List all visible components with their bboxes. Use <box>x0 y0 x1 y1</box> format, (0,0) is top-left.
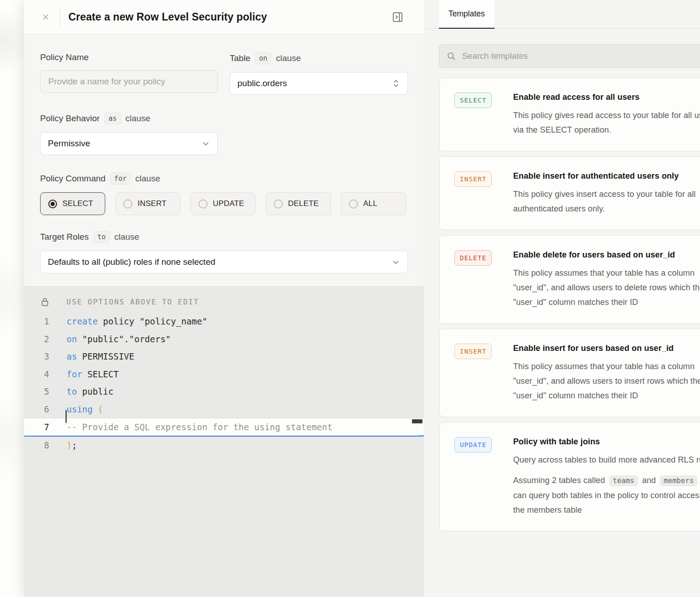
code-text: ); <box>56 440 77 450</box>
clause-word: clause <box>135 174 160 184</box>
chevron-up-down-icon <box>392 79 400 88</box>
template-card-enable-insert-for-users-based-on-user-id[interactable]: INSERT Enable insert for users based on … <box>439 329 700 417</box>
template-title: Policy with table joins <box>513 437 700 447</box>
line-number: 4 <box>24 369 56 379</box>
clause-word: clause <box>125 113 150 124</box>
radio-icon <box>48 200 57 208</box>
command-option-label: ALL <box>363 199 377 208</box>
dialog-title: Create a new Row Level Security policy <box>68 11 390 23</box>
table-label: Table <box>230 53 250 63</box>
command-options: SELECT INSERT UPDATE DELETE ALL <box>40 192 408 215</box>
overview-ruler-marker <box>412 419 422 423</box>
template-search <box>439 44 700 68</box>
inline-code-chip: teams <box>609 475 638 486</box>
radio-icon <box>199 200 207 208</box>
code-lines: 1 create policy "policy_name" 2 on "publ… <box>24 313 424 454</box>
rls-policy-dialog: × Create a new Row Level Security policy… <box>24 0 424 597</box>
template-cards: SELECT Enable read access for all users … <box>439 77 700 531</box>
code-line-7[interactable]: 7 -- Provide a SQL expression for the us… <box>24 418 424 437</box>
template-description: This policy gives read access to your ta… <box>513 108 700 137</box>
command-badge: INSERT <box>454 344 492 359</box>
code-text: using ( <box>56 404 103 414</box>
template-description: Query across tables to build more advanc… <box>513 453 700 467</box>
chevron-down-icon <box>201 139 210 148</box>
command-option-update[interactable]: UPDATE <box>190 192 256 215</box>
template-card-enable-insert-for-authenticated-users-on[interactable]: INSERT Enable insert for authenticated u… <box>439 156 700 230</box>
close-icon[interactable]: × <box>38 9 53 25</box>
collapse-panel-icon[interactable] <box>390 9 406 25</box>
behavior-label: Policy Behavior <box>40 113 100 124</box>
code-line-1: 1 create policy "policy_name" <box>24 313 424 330</box>
policy-form: Policy Name Table on clause public.order… <box>24 34 424 273</box>
tab-templates[interactable]: Templates <box>439 0 494 29</box>
code-text: -- Provide a SQL expression for the usin… <box>56 422 332 432</box>
text-cursor <box>66 410 67 423</box>
template-description: This policy assumes that your table has … <box>513 266 700 309</box>
clause-word: clause <box>114 232 139 242</box>
lock-icon <box>24 297 56 307</box>
code-text: for SELECT <box>56 369 118 379</box>
for-keyword-chip: for <box>110 173 131 185</box>
command-option-select[interactable]: SELECT <box>40 192 105 215</box>
sql-editor[interactable]: USE OPTIONS ABOVE TO EDIT 1 create polic… <box>24 286 424 597</box>
command-option-insert[interactable]: INSERT <box>115 192 180 215</box>
command-option-label: SELECT <box>62 199 93 208</box>
template-title: Enable delete for users based on user_id <box>513 250 700 260</box>
template-card-enable-read-access-for-all-users[interactable]: SELECT Enable read access for all users … <box>439 77 700 151</box>
code-text: on "public"."orders" <box>56 334 171 344</box>
template-card-policy-with-table-joins[interactable]: UPDATE Policy with table joins Query acr… <box>439 422 700 531</box>
policy-name-input[interactable] <box>40 70 218 93</box>
line-number: 7 <box>24 422 56 432</box>
behavior-select[interactable]: Permissive <box>40 132 218 155</box>
on-keyword-chip: on <box>255 52 271 64</box>
command-option-label: DELETE <box>288 199 319 208</box>
code-line-2: 2 on "public"."orders" <box>24 330 424 348</box>
behavior-select-value: Permissive <box>48 139 201 149</box>
line-number: 1 <box>24 316 56 326</box>
line-number: 2 <box>24 334 56 344</box>
header-divider <box>60 7 60 27</box>
command-badge: DELETE <box>454 250 492 266</box>
template-description: Assuming 2 tables called teams and membe… <box>513 473 700 517</box>
line-number: 5 <box>24 386 56 396</box>
policy-name-label: Policy Name <box>40 52 89 62</box>
as-keyword-chip: as <box>104 113 121 124</box>
template-description: This policy gives insert access to your … <box>513 187 700 216</box>
command-badge: UPDATE <box>454 437 492 453</box>
code-text: create policy "policy_name" <box>56 316 207 326</box>
code-line-3: 3 as PERMISSIVE <box>24 348 424 365</box>
line-number: 3 <box>24 351 56 361</box>
code-line-8: 8 ); <box>24 437 424 454</box>
clause-word: clause <box>276 53 301 63</box>
command-badge: INSERT <box>454 171 492 187</box>
editor-locked-note: USE OPTIONS ABOVE TO EDIT <box>24 294 424 309</box>
command-label: Policy Command <box>40 174 106 184</box>
command-badge: SELECT <box>454 93 492 108</box>
radio-icon <box>124 200 132 208</box>
table-select-value: public.orders <box>237 78 392 88</box>
search-input[interactable] <box>462 51 700 61</box>
inline-code-chip: members <box>660 475 697 486</box>
search-icon <box>447 51 456 61</box>
line-number: 6 <box>24 404 56 414</box>
to-keyword-chip: to <box>93 231 110 243</box>
page-backdrop <box>0 0 24 597</box>
chevron-down-icon <box>391 258 400 267</box>
code-line-6: 6 using ( <box>24 401 424 418</box>
radio-icon <box>349 200 358 208</box>
template-title: Enable insert for users based on user_id <box>513 344 700 353</box>
code-line-4: 4 for SELECT <box>24 365 424 383</box>
code-text: to public <box>56 386 113 396</box>
template-title: Enable insert for authenticated users on… <box>513 171 700 181</box>
template-title: Enable read access for all users <box>513 93 700 102</box>
template-description: This policy assumes that your table has … <box>513 359 700 403</box>
command-option-all[interactable]: ALL <box>341 192 406 215</box>
table-select[interactable]: public.orders <box>230 72 408 95</box>
command-option-label: UPDATE <box>213 199 244 208</box>
roles-select[interactable]: Defaults to all (public) roles if none s… <box>40 251 408 273</box>
radio-icon <box>274 200 283 208</box>
command-option-delete[interactable]: DELETE <box>266 192 331 215</box>
template-card-enable-delete-for-users-based-on-user-id[interactable]: DELETE Enable delete for users based on … <box>439 235 700 324</box>
line-number: 8 <box>24 440 56 450</box>
roles-select-value: Defaults to all (public) roles if none s… <box>48 257 391 267</box>
